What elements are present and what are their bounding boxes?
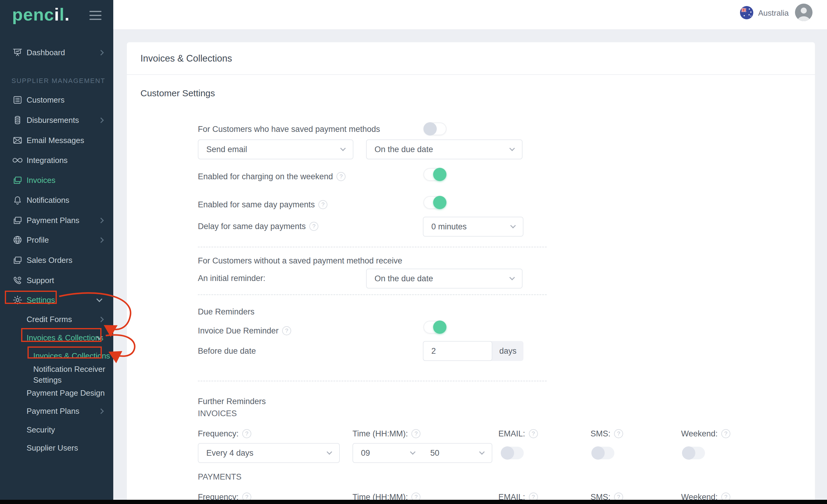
sidebar-item-label: Notifications — [27, 195, 69, 205]
chevron-down-icon — [510, 223, 516, 228]
sidebar-item-invoices[interactable]: Invoices — [0, 170, 113, 190]
dashboard-icon — [11, 47, 23, 59]
sidebar-item-supplier-users[interactable]: Supplier Users — [0, 438, 113, 458]
same-day-payments-toggle[interactable] — [424, 196, 446, 209]
sidebar-item-label: Support — [27, 276, 54, 285]
chevron-down-icon — [410, 449, 415, 454]
sidebar-item-dashboard[interactable]: Dashboard — [0, 43, 113, 62]
chevron-right-icon — [98, 408, 104, 414]
before-due-input[interactable]: 2 — [423, 341, 492, 361]
toggle-knob — [433, 168, 446, 181]
invoices-sms-toggle[interactable] — [591, 447, 614, 459]
initial-reminder-select[interactable]: On the due date — [366, 269, 523, 288]
select-value: 0 minutes — [431, 222, 467, 231]
coins-icon — [11, 114, 23, 126]
sidebar-item-label: Supplier Users — [27, 443, 78, 453]
chevron-down-icon — [340, 146, 346, 151]
help-icon[interactable]: ? — [721, 429, 730, 438]
time-select-group: 09 50 — [352, 443, 492, 463]
hamburger-menu-icon[interactable] — [89, 11, 101, 23]
sidebar-item-email-messages[interactable]: Email Messages — [0, 130, 113, 150]
help-icon[interactable]: ? — [411, 429, 421, 438]
select-value: On the due date — [375, 274, 433, 283]
sidebar-item-label: Payment Page Design — [27, 388, 105, 398]
select-value: Every 4 days — [206, 448, 253, 458]
sidebar-item-payment-plans-settings[interactable]: Payment Plans — [0, 401, 113, 421]
sidebar-item-label: Invoices — [27, 175, 55, 185]
sidebar-item-profile[interactable]: Profile — [0, 230, 113, 250]
help-icon[interactable]: ? — [309, 222, 319, 231]
region-label[interactable]: Australia — [758, 8, 789, 18]
toggle-knob — [501, 446, 514, 460]
sidebar-item-integrations[interactable]: Integrations — [0, 150, 113, 170]
help-icon[interactable]: ? — [242, 429, 251, 438]
invoices-weekend-toggle[interactable] — [682, 447, 705, 459]
delay-same-day-label: Delay for same day payments? — [198, 221, 319, 232]
infinity-icon — [11, 154, 23, 166]
avatar[interactable] — [795, 4, 813, 22]
before-due-unit: days — [492, 341, 524, 361]
sidebar-item-security[interactable]: Security — [0, 420, 113, 440]
support-phone-icon — [11, 274, 23, 286]
page-title: Invoices & Collections — [140, 53, 232, 64]
profile-icon — [11, 234, 23, 246]
invoice-due-reminder-label: Invoice Due Reminder? — [198, 325, 291, 336]
chevron-right-icon — [98, 50, 104, 55]
chevron-right-icon — [98, 317, 104, 322]
annotation-box-settings — [5, 291, 57, 304]
dashed-divider — [198, 381, 547, 382]
sidebar-item-label: Dashboard — [27, 48, 65, 58]
saved-methods-when-select[interactable]: On the due date — [366, 139, 523, 159]
minute-select[interactable]: 50 — [423, 444, 492, 462]
due-reminders-heading: Due Reminders — [198, 306, 255, 317]
chevron-right-icon — [98, 218, 104, 223]
sidebar-item-label: Disbursements — [27, 115, 79, 125]
weekend-charging-toggle[interactable] — [424, 168, 446, 181]
sidebar-item-credit-forms[interactable]: Credit Forms — [0, 309, 113, 329]
sales-orders-icon — [11, 254, 23, 266]
help-icon[interactable]: ? — [337, 172, 346, 181]
frequency-select[interactable]: Every 4 days — [198, 443, 340, 463]
sidebar-item-disbursements[interactable]: Disbursements — [0, 110, 113, 130]
before-due-date-label: Before due date — [198, 345, 256, 356]
sidebar-item-notifications[interactable]: Notifications — [0, 190, 113, 210]
saved-methods-action-select[interactable]: Send email — [198, 139, 353, 159]
help-icon[interactable]: ? — [282, 326, 291, 335]
invoices-icon — [11, 174, 23, 186]
help-icon[interactable]: ? — [529, 429, 538, 438]
help-icon[interactable]: ? — [614, 429, 623, 438]
select-value: 50 — [430, 448, 439, 458]
invoices-subheading: INVOICES — [198, 408, 237, 419]
dashed-divider — [198, 294, 547, 295]
sidebar-item-support[interactable]: Support — [0, 270, 113, 290]
sidebar-subitem-notification-receiver-settings[interactable]: Notification Receiver Settings — [0, 363, 113, 386]
saved-methods-toggle[interactable] — [424, 122, 446, 135]
australia-flag-icon[interactable] — [740, 6, 753, 20]
brand-logo[interactable]: pencil. — [12, 4, 70, 24]
sidebar-item-sales-orders[interactable]: Sales Orders — [0, 250, 113, 270]
envelope-icon — [11, 134, 23, 146]
invoice-due-reminder-toggle[interactable] — [424, 321, 446, 333]
chevron-right-icon — [98, 237, 104, 243]
sms-label: SMS:? — [590, 428, 623, 439]
initial-reminder-label: An initial reminder: — [198, 273, 265, 284]
hour-select[interactable]: 09 — [353, 444, 423, 462]
help-icon[interactable]: ? — [319, 200, 328, 209]
select-value: On the due date — [375, 145, 433, 154]
invoices-email-toggle[interactable] — [501, 447, 524, 459]
email-label: EMAIL:? — [498, 428, 538, 439]
customer-settings-heading: Customer Settings — [140, 88, 215, 98]
annotation-box-invoices-collections — [21, 328, 101, 342]
sidebar-item-payment-plans[interactable]: Payment Plans — [0, 210, 113, 230]
sidebar-item-label: Payment Plans — [27, 406, 80, 416]
logo-text-white: i — [54, 5, 59, 24]
chevron-right-icon — [98, 117, 104, 123]
toggle-knob — [591, 446, 605, 460]
delay-select[interactable]: 0 minutes — [423, 217, 524, 237]
sidebar-item-label: Security — [27, 425, 55, 435]
sidebar-item-label: Credit Forms — [27, 315, 72, 325]
annotation-box-invoices-collections-sub — [28, 346, 102, 358]
sidebar-item-payment-page-design[interactable]: Payment Page Design — [0, 383, 113, 403]
sidebar-item-label: Profile — [27, 235, 49, 245]
sidebar-item-customers[interactable]: Customers — [0, 90, 113, 110]
